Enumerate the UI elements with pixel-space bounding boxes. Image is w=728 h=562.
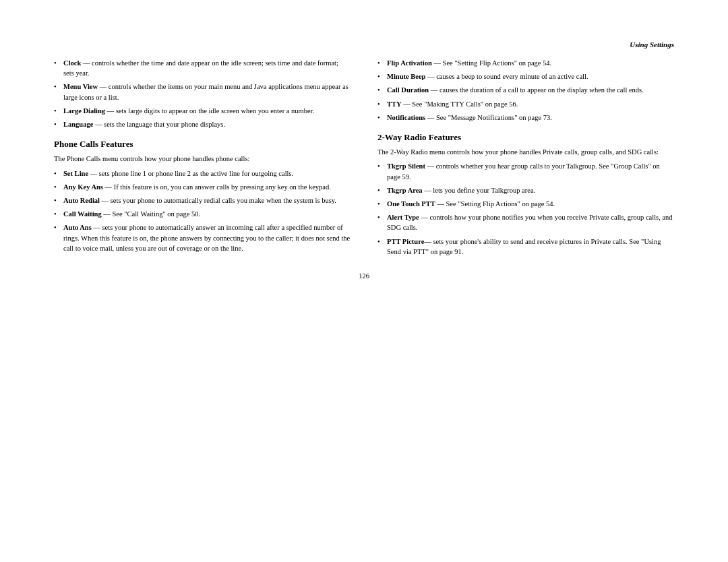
list-item: Auto Redial — sets your phone to automat… <box>54 195 351 206</box>
list-item: Menu View — controls whether the items o… <box>54 82 351 102</box>
two-way-radio-intro: The 2-Way Radio menu controls how your p… <box>377 147 674 157</box>
list-item: Auto Ans — sets your phone to automatica… <box>54 222 351 253</box>
right-intro-list: Flip Activation — See "Setting Flip Acti… <box>377 58 674 123</box>
page: Using Settings Clock — controls whether … <box>0 0 728 562</box>
right-intro-bullets: Flip Activation — See "Setting Flip Acti… <box>377 58 674 123</box>
two-way-radio-section: 2-Way Radio Features The 2-Way Radio men… <box>377 132 674 257</box>
list-item: Tkgrp Silent — controls whether you hear… <box>377 161 674 181</box>
list-item: Language — sets the language that your p… <box>54 119 351 129</box>
page-number: 126 <box>54 272 674 280</box>
list-item: Clock — controls whether the time and da… <box>54 58 351 78</box>
list-item: Minute Beep — causes a beep to sound eve… <box>377 71 674 82</box>
list-item: Tkgrp Area — lets you define your Talkgr… <box>377 185 674 195</box>
list-item: Notifications — See "Message Notificatio… <box>377 113 674 123</box>
left-intro-bullets: Clock — controls whether the time and da… <box>54 58 351 129</box>
two-way-radio-list: Tkgrp Silent — controls whether you hear… <box>377 161 674 257</box>
two-column-layout: Clock — controls whether the time and da… <box>54 58 674 260</box>
list-item: Any Key Ans — If this feature is on, you… <box>54 182 351 192</box>
list-item: TTY — See "Making TTY Calls" on page 56. <box>377 99 674 109</box>
phone-calls-list: Set Line — sets phone line 1 or phone li… <box>54 168 351 254</box>
right-column: Flip Activation — See "Setting Flip Acti… <box>377 58 674 260</box>
left-intro-list: Clock — controls whether the time and da… <box>54 58 351 129</box>
two-way-radio-title: 2-Way Radio Features <box>377 132 674 143</box>
list-item: Call Waiting — See "Call Waiting" on pag… <box>54 209 351 219</box>
phone-calls-section: Phone Calls Features The Phone Calls men… <box>54 139 351 253</box>
list-item: Alert Type — controls how your phone not… <box>377 212 674 232</box>
list-item: One Touch PTT — See "Setting Flip Action… <box>377 199 674 209</box>
list-item: Large Dialing — sets large digits to app… <box>54 106 351 116</box>
list-item: PTT Picture— sets your phone's ability t… <box>377 237 674 257</box>
header-title: Using Settings <box>630 40 674 49</box>
page-header: Using Settings <box>54 40 674 49</box>
left-column: Clock — controls whether the time and da… <box>54 58 351 260</box>
phone-calls-intro: The Phone Calls menu controls how your p… <box>54 154 351 164</box>
list-item: Set Line — sets phone line 1 or phone li… <box>54 168 351 179</box>
list-item: Call Duration — causes the duration of a… <box>377 85 674 95</box>
phone-calls-title: Phone Calls Features <box>54 139 351 150</box>
list-item: Flip Activation — See "Setting Flip Acti… <box>377 58 674 68</box>
